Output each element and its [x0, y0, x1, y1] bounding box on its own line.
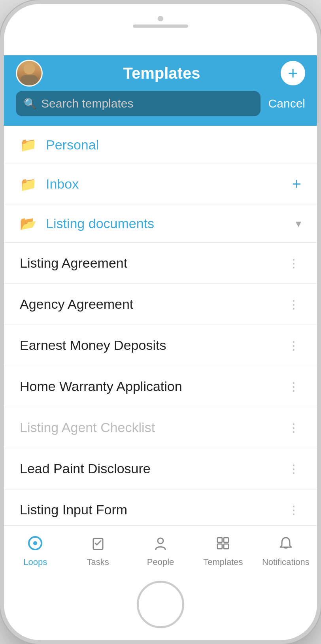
nav-label-templates: Templates: [203, 557, 243, 567]
avatar[interactable]: [16, 60, 43, 87]
list-area: 📁 Personal 📁 Inbox + 📂 Listing documents…: [4, 126, 317, 577]
page-title: Templates: [43, 64, 281, 82]
more-options-button[interactable]: ⋮: [286, 256, 301, 270]
svg-point-3: [158, 538, 163, 544]
svg-rect-7: [224, 544, 228, 549]
bottom-nav: Loops Tasks People: [4, 525, 317, 577]
header-top: Templates +: [16, 55, 305, 91]
nav-label-tasks: Tasks: [87, 557, 109, 567]
category-listing-docs-label: Listing documents: [46, 216, 296, 231]
nav-label-notifications: Notifications: [262, 557, 310, 567]
loops-icon: [27, 535, 43, 555]
doc-label: Agency Agreement: [20, 297, 286, 312]
category-inbox[interactable]: 📁 Inbox +: [4, 164, 317, 204]
phone-shell: Templates + 🔍 Search templates Cancel 📁 …: [0, 0, 321, 644]
chevron-down-icon: ▾: [296, 217, 301, 230]
more-options-button[interactable]: ⋮: [286, 297, 301, 311]
doc-item-agency-agreement[interactable]: Agency Agreement ⋮: [4, 284, 317, 325]
avatar-image: [17, 61, 42, 85]
doc-item-listing-input[interactable]: Listing Input Form ⋮: [4, 489, 317, 531]
more-options-button[interactable]: ⋮: [286, 338, 301, 352]
doc-item-home-warranty[interactable]: Home Warranty Application ⋮: [4, 366, 317, 407]
search-placeholder: Search templates: [41, 97, 133, 110]
category-personal-label: Personal: [46, 137, 301, 153]
svg-point-1: [33, 541, 37, 545]
phone-top-bar: [4, 4, 317, 55]
nav-item-templates[interactable]: Templates: [192, 535, 254, 567]
nav-item-notifications[interactable]: Notifications: [255, 535, 317, 567]
more-options-button[interactable]: ⋮: [286, 503, 301, 517]
doc-item-earnest-money[interactable]: Earnest Money Deposits ⋮: [4, 325, 317, 366]
folder-full-icon-2: 📁: [20, 176, 36, 192]
doc-item-listing-agreement[interactable]: Listing Agreement ⋮: [4, 243, 317, 284]
doc-label: Lead Paint Disclosure: [20, 461, 286, 476]
nav-label-loops: Loops: [23, 557, 47, 567]
cancel-button[interactable]: Cancel: [268, 97, 305, 110]
more-options-button[interactable]: ⋮: [286, 462, 301, 476]
category-personal[interactable]: 📁 Personal: [4, 126, 317, 164]
add-icon: +: [288, 64, 298, 82]
tasks-icon: [90, 535, 106, 555]
doc-label: Listing Input Form: [20, 502, 286, 517]
app-header: Templates + 🔍 Search templates Cancel: [4, 55, 317, 126]
home-button[interactable]: [137, 581, 184, 628]
more-options-button[interactable]: ⋮: [286, 421, 301, 434]
nav-item-people[interactable]: People: [129, 535, 192, 567]
app-content: Templates + 🔍 Search templates Cancel 📁 …: [4, 55, 317, 577]
doc-label: Home Warranty Application: [20, 379, 286, 394]
doc-item-lead-paint[interactable]: Lead Paint Disclosure ⋮: [4, 448, 317, 489]
avatar-body: [21, 75, 38, 85]
nav-label-people: People: [147, 557, 174, 567]
search-input-wrap[interactable]: 🔍 Search templates: [16, 91, 261, 116]
more-options-button[interactable]: ⋮: [286, 380, 301, 393]
nav-item-loops[interactable]: Loops: [4, 535, 66, 567]
doc-label-dimmed: Listing Agent Checklist: [20, 420, 286, 435]
folder-open-icon: 📂: [20, 215, 36, 231]
add-button[interactable]: +: [281, 61, 305, 85]
doc-item-listing-agent-checklist[interactable]: Listing Agent Checklist ⋮: [4, 407, 317, 448]
svg-rect-4: [217, 538, 222, 542]
speaker-bar: [133, 25, 188, 28]
nav-item-tasks[interactable]: Tasks: [66, 535, 129, 567]
svg-rect-5: [224, 538, 228, 542]
category-inbox-label: Inbox: [46, 176, 292, 192]
templates-icon: [215, 535, 231, 555]
inbox-add-button[interactable]: +: [292, 175, 301, 193]
category-listing-docs[interactable]: 📂 Listing documents ▾: [4, 204, 317, 243]
doc-label: Earnest Money Deposits: [20, 338, 286, 353]
search-icon: 🔍: [24, 98, 36, 110]
doc-label: Listing Agreement: [20, 255, 286, 271]
notifications-icon: [278, 535, 294, 555]
people-icon: [153, 535, 168, 555]
search-bar-row: 🔍 Search templates Cancel: [16, 91, 305, 126]
svg-rect-6: [217, 544, 222, 549]
avatar-head: [24, 63, 35, 74]
speaker-dot: [158, 16, 163, 21]
folder-full-icon: 📁: [20, 137, 36, 153]
